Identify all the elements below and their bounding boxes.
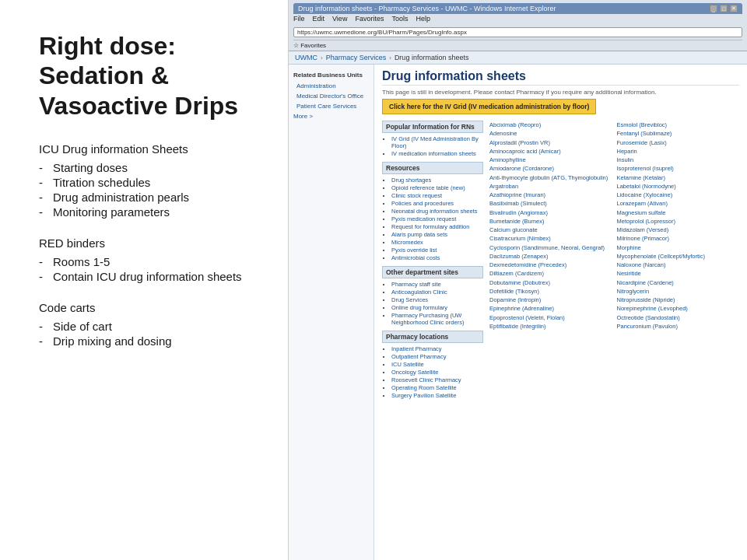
drug-link[interactable]: Lorazepam (Ativan)	[617, 200, 668, 207]
drug-link[interactable]: Bumetanide (Bumex)	[489, 218, 544, 225]
drug-link[interactable]: Aminocaproic acid (Amicar)	[489, 148, 561, 155]
drug-link[interactable]: Pancuronium (Pavulon)	[617, 323, 678, 330]
dept-item-3[interactable]: Online drug formulary	[391, 304, 483, 311]
drug-link[interactable]: Heparin	[617, 148, 637, 155]
dept-item-1[interactable]: Anticoagulation Clinic	[391, 289, 483, 296]
drug-link[interactable]: Morphine	[617, 244, 641, 251]
drug-link[interactable]: Amiodarone (Cordarone)	[489, 165, 554, 172]
res-item-2[interactable]: Clinic stock request	[391, 192, 483, 199]
menu-tools[interactable]: Tools	[391, 15, 408, 23]
drug-link[interactable]: Insulin	[617, 156, 634, 163]
drug-link[interactable]: Nicardipine (Cardene)	[617, 279, 674, 286]
drug-link[interactable]: Dexmedetomidine (Precedex)	[489, 261, 566, 268]
dept-item-2[interactable]: Drug Services	[391, 296, 483, 303]
drug-link[interactable]: Octreotide (Sandostatin)	[617, 314, 680, 321]
res-item-8[interactable]: Micromedex	[391, 239, 483, 246]
res-item-3[interactable]: Policies and procedures	[391, 200, 483, 207]
drug-link[interactable]: Furosemide (Lasix)	[617, 139, 667, 146]
maximize-button[interactable]: □	[720, 5, 728, 12]
drug-link[interactable]: Cisatracurium (Nimbex)	[489, 235, 551, 242]
drug-link[interactable]: Labetalol (Normodyne)	[617, 183, 676, 190]
loc-item-2[interactable]: ICU Satellite	[391, 361, 483, 368]
popular-item-2[interactable]: IV medication information sheets	[391, 150, 483, 157]
drug-link[interactable]: Esmolol (Brevibloc)	[617, 121, 668, 128]
drug-link[interactable]: Dobutamine (Dobutrex)	[489, 279, 550, 286]
drug-link[interactable]: Adenosine	[489, 130, 517, 137]
nav-item-patient[interactable]: Patient Care Services	[289, 101, 374, 111]
drug-link[interactable]: Diltiazem (Cardizem)	[489, 270, 544, 277]
menu-edit[interactable]: Edit	[313, 15, 325, 23]
drug-link[interactable]: Alprostadil (Prostin VR)	[489, 139, 550, 146]
menu-favorites[interactable]: Favorites	[355, 15, 384, 23]
left-panel: Right dose: Sedation & Vasoactive Drips …	[0, 0, 288, 560]
drug-link[interactable]: Fentanyl (Sublimaze)	[617, 130, 672, 137]
menu-file[interactable]: File	[293, 15, 305, 23]
drug-link[interactable]: Azathioprine (Imuran)	[489, 191, 545, 198]
code-list: Side of cart Drip mixing and dosing	[39, 319, 249, 348]
drug-link[interactable]: Lidocaine (Xylocaine)	[617, 191, 673, 198]
drug-link[interactable]: Bivalirudin (Angiomax)	[489, 209, 548, 216]
dept-item-0[interactable]: Pharmacy staff site	[391, 281, 483, 288]
drug-link[interactable]: Ketamine (Ketalar)	[617, 174, 666, 181]
nav-item-medical[interactable]: Medical Director's Office	[289, 91, 374, 101]
drug-link[interactable]: Norepinephrine (Levophed)	[617, 305, 688, 312]
drug-link[interactable]: Anti-thymocyte globulin (ATG, Thymoglobu…	[489, 174, 608, 181]
drug-link[interactable]: Milrinone (Primacor)	[617, 235, 670, 242]
loc-item-3[interactable]: Oncology Satellite	[391, 369, 483, 376]
nav-item-admin[interactable]: Administration	[289, 81, 374, 91]
bc-sep-1: ›	[321, 54, 323, 61]
drug-link[interactable]: Midazolam (Versed)	[617, 226, 669, 233]
section-code-carts: Code carts Side of cart Drip mixing and …	[39, 301, 249, 348]
loc-item-6[interactable]: Surgery Pavilion Satellite	[391, 392, 483, 399]
drug-link[interactable]: Argatroban	[489, 183, 518, 190]
list-item: Titration schedules	[39, 175, 249, 190]
drug-link[interactable]: Isoproterenol (Isuprel)	[617, 165, 674, 172]
popular-item-1[interactable]: IV Grid (IV Med Administration By Floor)	[391, 135, 483, 149]
section-red-binders: RED binders Rooms 1-5 Contain ICU drug i…	[39, 236, 249, 284]
drug-link[interactable]: Dopamine (Intropin)	[489, 296, 541, 303]
loc-item-4[interactable]: Roosevelt Clinic Pharmacy	[391, 376, 483, 383]
drug-link[interactable]: Nitroprusside (Nipride)	[617, 296, 675, 303]
menu-help[interactable]: Help	[416, 15, 430, 23]
drug-link[interactable]: Epinephrine (Adrenaline)	[489, 305, 554, 312]
drug-link[interactable]: Dofetilide (Tikosyn)	[489, 288, 539, 295]
drug-link[interactable]: Nitroglycerin	[617, 288, 650, 295]
res-item-6[interactable]: Request for formulary addition	[391, 223, 483, 230]
list-item: Rooms 1-5	[39, 254, 249, 269]
browser-menu: File Edit View Favorites Tools Help	[293, 14, 742, 23]
drug-link[interactable]: Daclizumab (Zenapex)	[489, 253, 548, 260]
res-item-9[interactable]: Pyxis override list	[391, 247, 483, 254]
res-item-4[interactable]: Neonatal drug information sheets	[391, 208, 483, 215]
dept-item-4[interactable]: Pharmacy Purchasing (UW Neighborhood Cli…	[391, 312, 483, 326]
minimize-button[interactable]: _	[710, 5, 717, 12]
drug-link[interactable]: Cyclosporin (Sandimmune, Neoral, Gengraf…	[489, 244, 605, 251]
nav-more-link[interactable]: More >	[289, 111, 374, 121]
res-item-0[interactable]: Drug shortages	[391, 177, 483, 184]
drug-list-col: Abciximab (Reopro)AdenosineAlprostadil (…	[489, 121, 739, 404]
loc-item-1[interactable]: Outpatient Pharmacy	[391, 353, 483, 360]
res-item-1[interactable]: Opioid reference table (new)	[391, 184, 483, 191]
res-item-7[interactable]: Alaris pump data sets	[391, 231, 483, 238]
drug-link[interactable]: Epoprostenol (Veletri, Flolan)	[489, 314, 565, 321]
address-bar[interactable]	[293, 27, 742, 37]
drug-link[interactable]: Naloxone (Narcan)	[617, 261, 666, 268]
close-button[interactable]: ✕	[730, 5, 738, 12]
drug-link[interactable]: Eptifibatide (Integrilin)	[489, 323, 546, 330]
iv-grid-button[interactable]: Click here for the IV Grid (IV medicatio…	[382, 99, 596, 114]
drug-link[interactable]: Basiliximab (Simulect)	[489, 200, 547, 207]
bc-uwmc[interactable]: UWMC	[295, 54, 317, 61]
drug-link[interactable]: Mycophenolate (Cellcept/Myfortic)	[617, 253, 705, 260]
drug-link[interactable]: Nesiritide	[617, 270, 641, 277]
res-item-10[interactable]: Antimicrobial costs	[391, 254, 483, 261]
drug-link[interactable]: Magnesium sulfate	[617, 209, 666, 216]
drug-link[interactable]: Abciximab (Reopro)	[489, 121, 541, 128]
bc-pharmacy[interactable]: Pharmacy Services	[326, 54, 387, 61]
res-item-5[interactable]: Pyxis medication request	[391, 215, 483, 222]
drug-link[interactable]: Calcium gluconate	[489, 226, 538, 233]
browser-chrome: Drug information sheets - Pharmacy Servi…	[289, 0, 747, 51]
loc-item-5[interactable]: Operating Room Satellite	[391, 384, 483, 391]
menu-view[interactable]: View	[332, 15, 347, 23]
loc-item-0[interactable]: Inpatient Pharmacy	[391, 345, 483, 352]
drug-link[interactable]: Aminophylline	[489, 156, 526, 163]
drug-link[interactable]: Metoprolol (Lopressor)	[617, 218, 675, 225]
